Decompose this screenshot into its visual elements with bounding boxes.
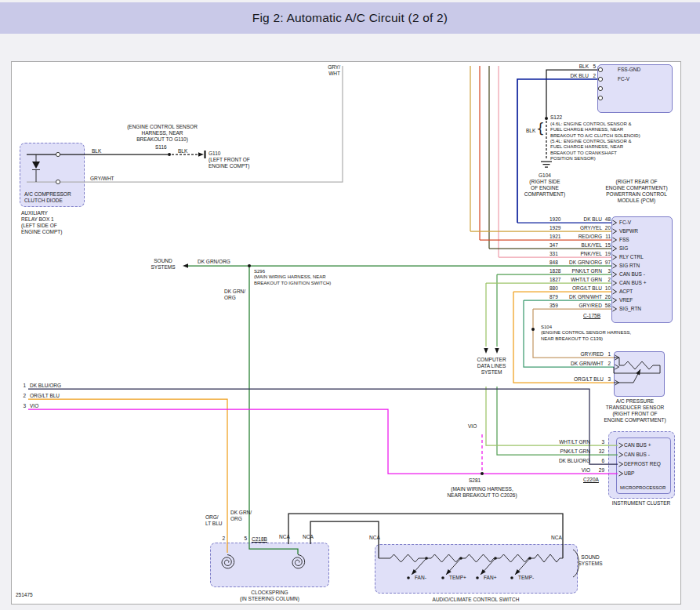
pcm-box [611,216,673,323]
fss-connector-box [597,64,673,113]
relay-box-outline [20,143,85,207]
transducer-box [614,351,665,397]
audio-climate-switch-box [375,544,578,594]
diagram-canvas [11,61,681,605]
clockspring-box [210,543,329,587]
figure-title: Fig 2: Automatic A/C Circuit (2 of 2) [252,11,448,25]
figure-title-bar: Fig 2: Automatic A/C Circuit (2 of 2) [0,2,700,34]
microprocessor-box [616,438,671,494]
